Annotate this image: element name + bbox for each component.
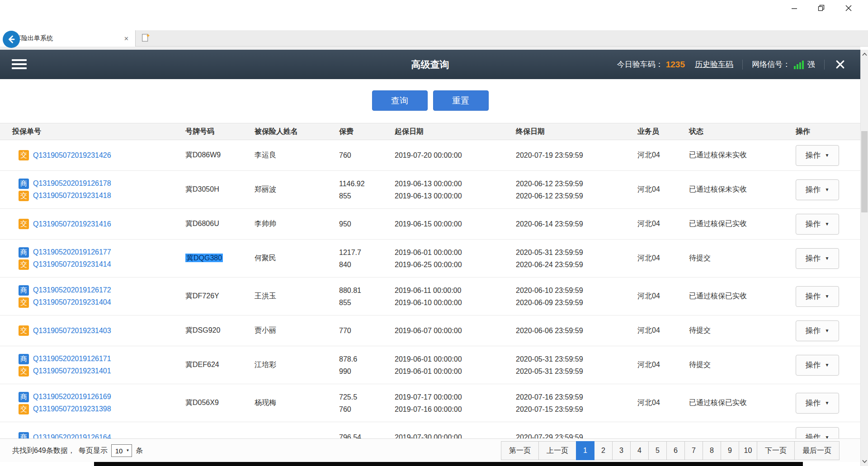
page-number-button[interactable]: 2 bbox=[594, 441, 613, 460]
cell-end-date: 2020-05-31 23:59:592020-05-31 23:59:59 bbox=[516, 353, 637, 377]
plate-number-text: 冀D6806U bbox=[185, 220, 219, 227]
page-number-button[interactable]: 7 bbox=[684, 441, 703, 460]
window-restore-button[interactable] bbox=[816, 3, 827, 14]
cell-insured-name: 贾小丽 bbox=[255, 326, 339, 335]
cell-plate-number: 冀D6806U bbox=[185, 219, 255, 229]
row-action-button[interactable]: 操作▼ bbox=[796, 427, 839, 439]
per-page-select[interactable]: 10 ▼ bbox=[111, 444, 132, 457]
query-button[interactable]: 查询 bbox=[372, 90, 428, 111]
scrollbar-up-icon[interactable] bbox=[861, 50, 868, 59]
table-row: 交Q131905072019231403 冀DSG920 贾小丽 770 201… bbox=[0, 315, 860, 346]
policy-type-badge: 商 bbox=[19, 179, 29, 189]
policy-number-link[interactable]: Q131905072019231403 bbox=[33, 327, 111, 335]
page-number-button[interactable]: 9 bbox=[721, 441, 739, 460]
table-header-row: 投保单号 号牌号码 被保险人姓名 保费 起保日期 终保日期 业务员 状态 操作 bbox=[0, 123, 860, 140]
scrollbar-down-icon[interactable] bbox=[861, 457, 868, 466]
policy-number-link[interactable]: Q131905072019231401 bbox=[33, 367, 111, 375]
chevron-down-icon: ▼ bbox=[825, 401, 830, 405]
chevron-down-icon: ▼ bbox=[825, 363, 830, 367]
cell-premium: 950 bbox=[339, 218, 395, 230]
window-close-button[interactable] bbox=[843, 3, 854, 14]
policy-number-link[interactable]: Q131905072019231404 bbox=[33, 298, 111, 306]
plate-number-text: 冀D3050H bbox=[185, 185, 219, 193]
chevron-down-icon: ▼ bbox=[825, 256, 830, 261]
policy-number-link[interactable]: Q131905202019126178 bbox=[33, 179, 111, 188]
policy-number-link[interactable]: Q131905072019231426 bbox=[33, 151, 111, 160]
policy-number-link[interactable]: Q131905072019231398 bbox=[33, 405, 111, 413]
cell-policy-numbers: 商Q131905202019126172交Q131905072019231404 bbox=[19, 284, 185, 309]
tab-close-icon[interactable]: ✕ bbox=[122, 35, 131, 42]
panel-close-icon[interactable] bbox=[835, 60, 845, 69]
row-action-button[interactable]: 操作▼ bbox=[796, 286, 839, 307]
header-divider bbox=[742, 60, 743, 70]
cell-start-date: 2019-07-30 00:00:00 bbox=[395, 431, 516, 438]
page-number-button[interactable]: 6 bbox=[666, 441, 685, 460]
page-first-button[interactable]: 第一页 bbox=[501, 441, 539, 460]
policy-number-link[interactable]: Q131905072019231418 bbox=[33, 192, 111, 200]
col-header-agent: 业务员 bbox=[637, 127, 689, 137]
table-row: 交Q131905072019231416 冀D6806U 李帅帅 950 201… bbox=[0, 209, 860, 240]
cell-policy-numbers: 商Q131905202019126164 bbox=[19, 431, 185, 438]
row-action-button[interactable]: 操作▼ bbox=[796, 214, 839, 235]
policy-type-badge: 交 bbox=[19, 191, 29, 201]
policy-type-badge: 商 bbox=[19, 247, 29, 258]
table-row: 交Q131905072019231426 冀D086W9 李运良 760 201… bbox=[0, 140, 860, 171]
cell-status: 已通过核保未实收 bbox=[689, 185, 796, 194]
policy-number-link[interactable]: Q131905072019231416 bbox=[33, 220, 111, 228]
cell-premium: 725.5760 bbox=[339, 391, 395, 415]
reset-button[interactable]: 重置 bbox=[433, 90, 489, 111]
policy-type-badge: 交 bbox=[19, 297, 29, 308]
row-action-button[interactable]: 操作▼ bbox=[796, 320, 839, 341]
cell-start-date: 2019-07-20 00:00:00 bbox=[395, 149, 516, 161]
page-scrollbar[interactable] bbox=[860, 50, 868, 466]
policy-number-link[interactable]: Q131905202019126169 bbox=[33, 393, 111, 401]
per-page-label: 每页显示 bbox=[79, 446, 108, 456]
policy-number-link[interactable]: Q131905072019231414 bbox=[33, 260, 111, 268]
cell-end-date: 2020-06-10 23:59:592020-06-09 23:59:59 bbox=[516, 284, 637, 309]
row-action-button[interactable]: 操作▼ bbox=[796, 393, 839, 414]
policy-number-link[interactable]: Q131905202019126164 bbox=[33, 433, 111, 439]
policy-type-badge: 交 bbox=[19, 150, 29, 160]
page-number-button[interactable]: 8 bbox=[703, 441, 721, 460]
page-next-button[interactable]: 下一页 bbox=[757, 441, 795, 460]
cell-end-date: 2020-06-14 23:59:59 bbox=[516, 218, 637, 230]
cell-agent: 河北04 bbox=[637, 292, 689, 301]
row-action-button[interactable]: 操作▼ bbox=[796, 179, 839, 200]
page-number-button[interactable]: 10 bbox=[739, 441, 757, 460]
cell-policy-numbers: 商Q131905202019126171交Q131905072019231401 bbox=[19, 353, 185, 377]
row-action-button[interactable]: 操作▼ bbox=[796, 355, 839, 376]
cell-premium: 1217.7840 bbox=[339, 246, 395, 271]
policy-type-badge: 商 bbox=[19, 354, 29, 364]
new-tab-button[interactable] bbox=[139, 33, 152, 44]
cell-start-date: 2019-06-01 00:00:002019-06-01 00:00:00 bbox=[395, 353, 516, 377]
page-last-button[interactable]: 最后一页 bbox=[794, 441, 840, 460]
cell-premium: 880.81855 bbox=[339, 284, 395, 309]
ie-browser-window: https://cx.chinahuanong.com.cn/#/search/… bbox=[0, 0, 868, 466]
page-number-button[interactable]: 4 bbox=[630, 441, 649, 460]
scrollbar-thumb[interactable] bbox=[861, 131, 868, 212]
col-header-plate: 号牌号码 bbox=[185, 127, 255, 137]
policy-number-link[interactable]: Q131905202019126177 bbox=[33, 248, 111, 256]
cell-agent: 河北04 bbox=[637, 219, 689, 229]
cell-plate-number: 冀DSG920 bbox=[185, 326, 255, 335]
policy-number-link[interactable]: Q131905202019126171 bbox=[33, 355, 111, 363]
history-code-link[interactable]: 历史验车码 bbox=[695, 59, 733, 70]
back-button[interactable] bbox=[3, 31, 20, 48]
page-prev-button[interactable]: 上一页 bbox=[538, 441, 576, 460]
cell-start-date: 2019-06-01 00:00:002019-06-25 00:00:00 bbox=[395, 246, 516, 271]
row-action-button[interactable]: 操作▼ bbox=[796, 145, 839, 166]
today-code-value: 1235 bbox=[666, 60, 685, 70]
page-number-button[interactable]: 5 bbox=[648, 441, 667, 460]
cell-end-date: 2020-06-12 23:59:592020-06-12 23:59:59 bbox=[516, 178, 637, 202]
tab-vehicle-insurance-system[interactable]: 车险出单系统 ✕ bbox=[0, 30, 136, 47]
cell-start-date: 2019-06-13 00:00:002019-06-13 00:00:00 bbox=[395, 178, 516, 202]
row-action-button[interactable]: 操作▼ bbox=[796, 248, 839, 269]
chevron-down-icon: ▼ bbox=[825, 435, 830, 439]
plate-number-text: 冀D056X9 bbox=[185, 399, 219, 406]
page-number-button[interactable]: 1 bbox=[576, 441, 594, 460]
policy-number-link[interactable]: Q131905202019126172 bbox=[33, 286, 111, 294]
cell-premium: 760 bbox=[339, 149, 395, 161]
window-minimize-button[interactable] bbox=[788, 3, 800, 14]
cell-agent: 河北04 bbox=[637, 151, 689, 160]
page-number-button[interactable]: 3 bbox=[612, 441, 631, 460]
